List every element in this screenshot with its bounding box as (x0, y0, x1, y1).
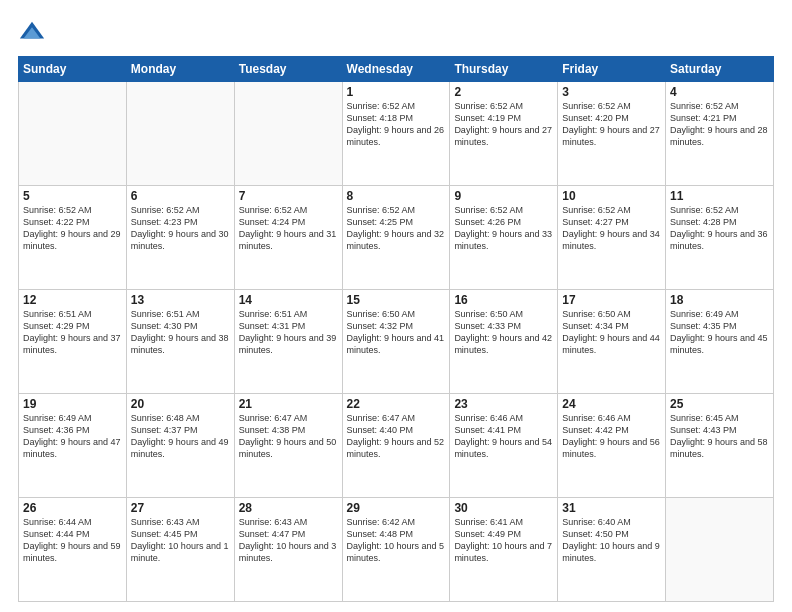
day-number: 29 (347, 501, 446, 515)
day-number: 9 (454, 189, 553, 203)
calendar-cell: 16Sunrise: 6:50 AM Sunset: 4:33 PM Dayli… (450, 290, 558, 394)
calendar-cell (126, 82, 234, 186)
day-number: 22 (347, 397, 446, 411)
calendar-header-row: SundayMondayTuesdayWednesdayThursdayFrid… (19, 57, 774, 82)
day-info: Sunrise: 6:42 AM Sunset: 4:48 PM Dayligh… (347, 516, 446, 565)
calendar-cell: 20Sunrise: 6:48 AM Sunset: 4:37 PM Dayli… (126, 394, 234, 498)
calendar-cell: 11Sunrise: 6:52 AM Sunset: 4:28 PM Dayli… (666, 186, 774, 290)
day-info: Sunrise: 6:52 AM Sunset: 4:27 PM Dayligh… (562, 204, 661, 253)
day-number: 26 (23, 501, 122, 515)
day-number: 15 (347, 293, 446, 307)
page: SundayMondayTuesdayWednesdayThursdayFrid… (0, 0, 792, 612)
day-info: Sunrise: 6:52 AM Sunset: 4:22 PM Dayligh… (23, 204, 122, 253)
day-info: Sunrise: 6:41 AM Sunset: 4:49 PM Dayligh… (454, 516, 553, 565)
day-number: 2 (454, 85, 553, 99)
calendar-cell: 23Sunrise: 6:46 AM Sunset: 4:41 PM Dayli… (450, 394, 558, 498)
day-number: 28 (239, 501, 338, 515)
day-number: 30 (454, 501, 553, 515)
calendar-cell: 24Sunrise: 6:46 AM Sunset: 4:42 PM Dayli… (558, 394, 666, 498)
calendar-cell: 9Sunrise: 6:52 AM Sunset: 4:26 PM Daylig… (450, 186, 558, 290)
calendar-cell: 22Sunrise: 6:47 AM Sunset: 4:40 PM Dayli… (342, 394, 450, 498)
calendar-cell: 31Sunrise: 6:40 AM Sunset: 4:50 PM Dayli… (558, 498, 666, 602)
calendar-cell: 28Sunrise: 6:43 AM Sunset: 4:47 PM Dayli… (234, 498, 342, 602)
calendar-cell: 29Sunrise: 6:42 AM Sunset: 4:48 PM Dayli… (342, 498, 450, 602)
day-info: Sunrise: 6:52 AM Sunset: 4:21 PM Dayligh… (670, 100, 769, 149)
day-number: 24 (562, 397, 661, 411)
day-info: Sunrise: 6:50 AM Sunset: 4:32 PM Dayligh… (347, 308, 446, 357)
day-info: Sunrise: 6:47 AM Sunset: 4:40 PM Dayligh… (347, 412, 446, 461)
calendar-cell: 6Sunrise: 6:52 AM Sunset: 4:23 PM Daylig… (126, 186, 234, 290)
day-info: Sunrise: 6:51 AM Sunset: 4:29 PM Dayligh… (23, 308, 122, 357)
day-number: 17 (562, 293, 661, 307)
calendar-cell: 8Sunrise: 6:52 AM Sunset: 4:25 PM Daylig… (342, 186, 450, 290)
calendar-cell: 5Sunrise: 6:52 AM Sunset: 4:22 PM Daylig… (19, 186, 127, 290)
calendar-cell: 30Sunrise: 6:41 AM Sunset: 4:49 PM Dayli… (450, 498, 558, 602)
day-number: 25 (670, 397, 769, 411)
day-info: Sunrise: 6:51 AM Sunset: 4:30 PM Dayligh… (131, 308, 230, 357)
calendar-cell: 27Sunrise: 6:43 AM Sunset: 4:45 PM Dayli… (126, 498, 234, 602)
day-number: 12 (23, 293, 122, 307)
day-number: 16 (454, 293, 553, 307)
day-header-monday: Monday (126, 57, 234, 82)
day-number: 19 (23, 397, 122, 411)
day-header-thursday: Thursday (450, 57, 558, 82)
day-info: Sunrise: 6:47 AM Sunset: 4:38 PM Dayligh… (239, 412, 338, 461)
day-header-saturday: Saturday (666, 57, 774, 82)
calendar-week-4: 19Sunrise: 6:49 AM Sunset: 4:36 PM Dayli… (19, 394, 774, 498)
calendar-week-3: 12Sunrise: 6:51 AM Sunset: 4:29 PM Dayli… (19, 290, 774, 394)
logo (18, 18, 50, 46)
calendar-cell: 26Sunrise: 6:44 AM Sunset: 4:44 PM Dayli… (19, 498, 127, 602)
calendar-table: SundayMondayTuesdayWednesdayThursdayFrid… (18, 56, 774, 602)
logo-icon (18, 18, 46, 46)
day-number: 21 (239, 397, 338, 411)
calendar-cell: 18Sunrise: 6:49 AM Sunset: 4:35 PM Dayli… (666, 290, 774, 394)
day-info: Sunrise: 6:45 AM Sunset: 4:43 PM Dayligh… (670, 412, 769, 461)
calendar-cell: 25Sunrise: 6:45 AM Sunset: 4:43 PM Dayli… (666, 394, 774, 498)
day-info: Sunrise: 6:48 AM Sunset: 4:37 PM Dayligh… (131, 412, 230, 461)
day-number: 23 (454, 397, 553, 411)
day-number: 14 (239, 293, 338, 307)
day-number: 20 (131, 397, 230, 411)
day-header-friday: Friday (558, 57, 666, 82)
day-info: Sunrise: 6:51 AM Sunset: 4:31 PM Dayligh… (239, 308, 338, 357)
day-info: Sunrise: 6:44 AM Sunset: 4:44 PM Dayligh… (23, 516, 122, 565)
calendar-cell: 13Sunrise: 6:51 AM Sunset: 4:30 PM Dayli… (126, 290, 234, 394)
calendar-cell: 1Sunrise: 6:52 AM Sunset: 4:18 PM Daylig… (342, 82, 450, 186)
day-header-wednesday: Wednesday (342, 57, 450, 82)
day-info: Sunrise: 6:43 AM Sunset: 4:45 PM Dayligh… (131, 516, 230, 565)
day-info: Sunrise: 6:50 AM Sunset: 4:33 PM Dayligh… (454, 308, 553, 357)
calendar-cell (19, 82, 127, 186)
day-info: Sunrise: 6:52 AM Sunset: 4:20 PM Dayligh… (562, 100, 661, 149)
day-number: 1 (347, 85, 446, 99)
day-info: Sunrise: 6:49 AM Sunset: 4:35 PM Dayligh… (670, 308, 769, 357)
day-number: 3 (562, 85, 661, 99)
header (18, 18, 774, 46)
calendar-cell: 19Sunrise: 6:49 AM Sunset: 4:36 PM Dayli… (19, 394, 127, 498)
day-header-sunday: Sunday (19, 57, 127, 82)
day-info: Sunrise: 6:52 AM Sunset: 4:24 PM Dayligh… (239, 204, 338, 253)
day-number: 6 (131, 189, 230, 203)
day-info: Sunrise: 6:52 AM Sunset: 4:26 PM Dayligh… (454, 204, 553, 253)
day-info: Sunrise: 6:52 AM Sunset: 4:19 PM Dayligh… (454, 100, 553, 149)
calendar-cell: 17Sunrise: 6:50 AM Sunset: 4:34 PM Dayli… (558, 290, 666, 394)
calendar-week-5: 26Sunrise: 6:44 AM Sunset: 4:44 PM Dayli… (19, 498, 774, 602)
day-info: Sunrise: 6:40 AM Sunset: 4:50 PM Dayligh… (562, 516, 661, 565)
calendar-cell (234, 82, 342, 186)
day-header-tuesday: Tuesday (234, 57, 342, 82)
calendar-cell: 4Sunrise: 6:52 AM Sunset: 4:21 PM Daylig… (666, 82, 774, 186)
day-info: Sunrise: 6:49 AM Sunset: 4:36 PM Dayligh… (23, 412, 122, 461)
day-number: 10 (562, 189, 661, 203)
calendar-week-2: 5Sunrise: 6:52 AM Sunset: 4:22 PM Daylig… (19, 186, 774, 290)
day-number: 13 (131, 293, 230, 307)
calendar-cell: 7Sunrise: 6:52 AM Sunset: 4:24 PM Daylig… (234, 186, 342, 290)
day-info: Sunrise: 6:46 AM Sunset: 4:42 PM Dayligh… (562, 412, 661, 461)
day-number: 27 (131, 501, 230, 515)
calendar-cell: 21Sunrise: 6:47 AM Sunset: 4:38 PM Dayli… (234, 394, 342, 498)
day-number: 7 (239, 189, 338, 203)
calendar-cell: 3Sunrise: 6:52 AM Sunset: 4:20 PM Daylig… (558, 82, 666, 186)
calendar-cell: 10Sunrise: 6:52 AM Sunset: 4:27 PM Dayli… (558, 186, 666, 290)
day-info: Sunrise: 6:50 AM Sunset: 4:34 PM Dayligh… (562, 308, 661, 357)
day-info: Sunrise: 6:52 AM Sunset: 4:28 PM Dayligh… (670, 204, 769, 253)
day-info: Sunrise: 6:52 AM Sunset: 4:18 PM Dayligh… (347, 100, 446, 149)
day-number: 8 (347, 189, 446, 203)
